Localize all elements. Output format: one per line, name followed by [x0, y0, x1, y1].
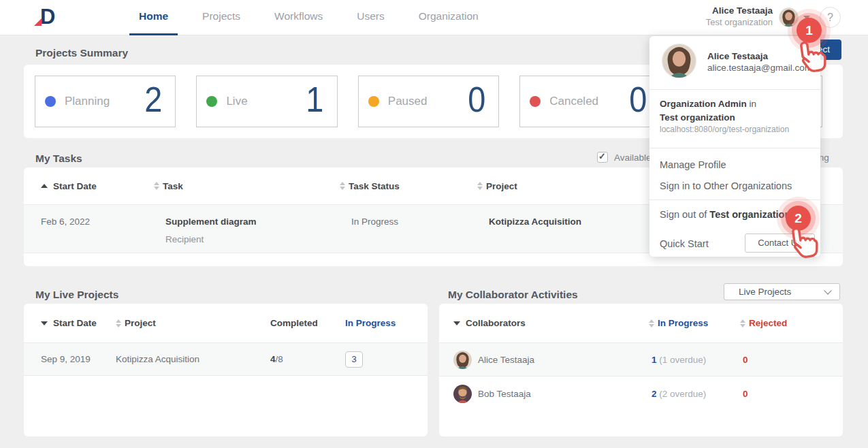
collab-row[interactable]: Bob Testaaja 2 (2 overdue) 0 — [439, 377, 843, 411]
card-label: Paused — [388, 95, 428, 108]
brand-logo-icon[interactable]: D — [34, 5, 61, 31]
task-name[interactable]: Supplement diagram — [165, 217, 340, 227]
col-collaborators[interactable]: Collaborators — [453, 318, 649, 328]
chevron-down-icon — [824, 287, 831, 294]
available-checkbox[interactable] — [597, 152, 608, 163]
sort-desc-icon — [41, 321, 48, 325]
menu-item-sign-out[interactable]: Sign out of Test organization — [660, 209, 790, 220]
filter-available[interactable]: Available — [597, 152, 652, 163]
planning-dot-icon — [45, 96, 56, 107]
card-label: Planning — [65, 95, 110, 108]
col-start-date[interactable]: Start Date — [41, 318, 116, 328]
live-project-row[interactable]: Sep 9, 2019 Kotipizza Acquisition 4/8 3 — [24, 342, 428, 376]
nav-user-info[interactable]: Alice Testaaja Test organization — [706, 5, 773, 27]
menu-item-sign-in-other[interactable]: Sign in to Other Organizations — [660, 180, 792, 191]
collab-rejected[interactable]: 0 — [740, 355, 843, 365]
col-task[interactable]: Task — [154, 181, 340, 191]
live-start-date: Sep 9, 2019 — [41, 354, 116, 364]
col-label: Task — [163, 181, 183, 191]
bob-avatar — [453, 385, 472, 403]
alice-avatar-icon — [453, 351, 472, 369]
summary-card-canceled[interactable]: Canceled 0 — [519, 76, 660, 127]
my-live-projects-panel: Start Date Project Completed In Progress… — [24, 304, 428, 436]
completed-total: /8 — [276, 354, 283, 364]
collab-rejected[interactable]: 0 — [740, 389, 843, 399]
canceled-dot-icon — [530, 96, 541, 107]
help-button[interactable]: ? — [820, 7, 841, 28]
menu-user-name: Alice Testaaja — [707, 51, 768, 61]
collab-header-row: Collaborators In Progress Rejected — [439, 304, 843, 342]
collab-name: Bob Testaaja — [478, 389, 531, 399]
live-header-row: Start Date Project Completed In Progress — [24, 304, 428, 342]
menu-item-quick-start[interactable]: Quick Start — [660, 238, 709, 249]
summary-card-paused[interactable]: Paused 0 — [358, 76, 499, 127]
top-nav: D Home Projects Workflows Users Organiza… — [0, 0, 868, 35]
task-role: Recipient — [165, 234, 340, 244]
card-label: Canceled — [549, 95, 598, 108]
nav-item-projects[interactable]: Projects — [193, 0, 250, 35]
nav-item-home[interactable]: Home — [129, 0, 178, 35]
live-completed: 4/8 — [262, 354, 337, 364]
col-rejected[interactable]: Rejected — [740, 318, 843, 328]
my-tasks-title: My Tasks — [35, 153, 82, 165]
overdue-note: (1 overdue) — [659, 355, 706, 365]
sort-icon — [116, 319, 121, 327]
col-task-status[interactable]: Task Status — [340, 181, 477, 191]
role-name: Organization Admin — [660, 99, 747, 109]
divider — [649, 89, 820, 90]
sort-icon — [154, 182, 159, 190]
nav-item-workflows[interactable]: Workflows — [265, 0, 332, 35]
card-count: 2 — [144, 80, 162, 120]
collab-row[interactable]: Alice Testaaja 1 (1 overdue) 0 — [439, 342, 843, 377]
card-count: 0 — [629, 80, 647, 120]
col-project[interactable]: Project — [116, 318, 262, 328]
col-start-date[interactable]: Start Date — [41, 181, 154, 191]
projects-summary-title: Projects Summary — [35, 47, 128, 59]
main-nav: Home Projects Workflows Users Organizati… — [129, 0, 503, 35]
card-count: 0 — [468, 80, 485, 120]
menu-role: Organization Admin inTest organization — [660, 97, 756, 125]
paused-dot-icon — [368, 96, 379, 107]
sign-out-org: Test organization — [709, 209, 790, 220]
my-collaborators-title: My Collaborator Activities — [448, 289, 578, 301]
live-project-name[interactable]: Kotipizza Acquisition — [116, 354, 262, 364]
sign-out-prefix: Sign out of — [660, 209, 709, 220]
summary-card-planning[interactable]: Planning 2 — [35, 76, 176, 127]
live-dot-icon — [206, 96, 217, 107]
logo-letter: D — [40, 5, 54, 29]
col-label: Collaborators — [466, 318, 526, 328]
collab-in-progress: 2 (2 overdue) — [649, 389, 740, 399]
in-progress-count[interactable]: 2 — [652, 389, 657, 399]
collab-name-cell: Alice Testaaja — [453, 351, 649, 369]
card-count: 1 — [306, 80, 324, 120]
alice-avatar — [453, 351, 472, 369]
sort-icon — [477, 182, 483, 190]
menu-avatar — [662, 44, 696, 78]
divider — [649, 148, 820, 148]
nav-item-organization[interactable]: Organization — [409, 0, 488, 35]
col-in-progress[interactable]: In Progress — [649, 318, 740, 328]
task-status: In Progress — [340, 205, 477, 253]
sort-desc-icon — [453, 321, 460, 325]
role-suffix: in — [747, 99, 756, 109]
sort-icon — [740, 319, 745, 327]
col-label: Task Status — [349, 181, 400, 191]
pointer-hand-icon — [786, 225, 820, 268]
collab-name: Alice Testaaja — [478, 355, 534, 365]
summary-card-live[interactable]: Live 1 — [196, 76, 337, 127]
in-progress-count-button[interactable]: 3 — [345, 351, 363, 368]
nav-avatar[interactable] — [779, 7, 799, 27]
live-projects-select[interactable]: Live Projects — [724, 283, 840, 300]
col-label: Project — [125, 318, 156, 328]
menu-item-manage-profile[interactable]: Manage Profile — [660, 159, 726, 170]
col-label: Rejected — [749, 318, 787, 328]
col-label: Project — [486, 181, 517, 191]
col-label: In Progress — [345, 318, 396, 328]
nav-item-users[interactable]: Users — [347, 0, 393, 35]
collab-in-progress: 1 (1 overdue) — [649, 355, 740, 365]
in-progress-count[interactable]: 1 — [652, 355, 657, 365]
sort-icon — [649, 319, 654, 327]
col-in-progress[interactable]: In Progress — [337, 318, 428, 328]
col-completed[interactable]: Completed — [262, 318, 337, 328]
collab-name-cell: Bob Testaaja — [453, 385, 649, 403]
